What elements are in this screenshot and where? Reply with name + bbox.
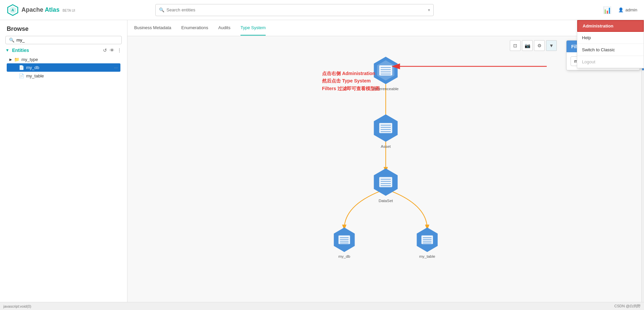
file-icon-selected: 📄 <box>19 65 24 70</box>
refresh-icon[interactable]: ↺ <box>103 48 107 53</box>
search-icon: 🔍 <box>159 7 164 12</box>
node-label-dataset: DataSet <box>379 198 393 203</box>
content-area: Business Metadata Enumerations Audits Ty… <box>127 20 644 310</box>
logout-menu-item[interactable]: Logout <box>577 56 644 68</box>
folder-label: my_type <box>21 57 38 62</box>
header-right: 📊 👤 admin <box>584 6 637 14</box>
help-menu-item[interactable]: Help <box>577 32 644 44</box>
logo-beta: BETA UI <box>62 9 75 12</box>
filter-button[interactable]: ▼ <box>546 40 557 51</box>
admin-label: admin <box>626 7 637 12</box>
user-icon: 👤 <box>618 7 624 12</box>
tree-area: ▶ 📁 my_type 📄 my_db ··· 📄 my_table <box>5 56 122 80</box>
settings-button[interactable]: ⚙ <box>534 40 545 51</box>
tree-item-label-my-db: my_db <box>26 65 39 70</box>
entities-label: Entities <box>12 48 29 53</box>
administration-button[interactable]: Administration <box>577 20 644 32</box>
node-label-asset: Asset <box>381 144 391 149</box>
switch-classic-menu-item[interactable]: Switch to Classic <box>577 44 644 56</box>
logo-area: A Apache Atlas BETA UI <box>7 4 80 16</box>
node-my-table[interactable]: my_table <box>417 228 437 259</box>
footer-link[interactable]: javascript:void(0) <box>3 304 31 308</box>
watermark: CSDN @白鸽野 <box>614 304 641 309</box>
apache-atlas-logo: A <box>7 4 19 16</box>
node-my-db[interactable]: my_db <box>334 228 355 259</box>
main-layout: Browse 🔍 ▼ Entities ↺ 👁 ⋮ ▶ 📁 my_type <box>0 20 644 310</box>
fit-to-screen-button[interactable]: ⊡ <box>510 40 521 51</box>
scrollbar[interactable] <box>641 56 644 302</box>
admin-dropdown: Administration Help Switch to Classic Lo… <box>577 20 644 68</box>
logo-atlas: Atlas <box>45 6 59 13</box>
chart-icon[interactable]: 📊 <box>603 6 611 14</box>
tab-business-metadata[interactable]: Business Metadata <box>134 20 171 36</box>
logo-text: Apache Atlas BETA UI <box>21 6 75 13</box>
header: A Apache Atlas BETA UI 🔍 ▾ 📊 👤 admin Adm… <box>0 0 644 20</box>
svg-text:A: A <box>11 8 14 12</box>
search-bar: 🔍 ▾ <box>155 4 434 16</box>
graph-toolbar: ⊡ 📷 ⚙ ▼ <box>510 40 557 51</box>
entities-actions: ↺ 👁 ⋮ <box>103 48 122 53</box>
eye-icon[interactable]: 👁 <box>110 48 114 53</box>
sidebar-search-icon: 🔍 <box>9 38 14 43</box>
tab-enumerations[interactable]: Enumerations <box>181 20 208 36</box>
search-dropdown-icon[interactable]: ▾ <box>428 8 430 12</box>
logo-apache: Apache <box>21 6 43 13</box>
tree-item-my-db[interactable]: 📄 my_db ··· <box>7 63 120 72</box>
tree-item-dots[interactable]: ··· <box>114 65 118 70</box>
sidebar: Browse 🔍 ▼ Entities ↺ 👁 ⋮ ▶ 📁 my_type <box>0 20 127 310</box>
tab-audits[interactable]: Audits <box>218 20 230 36</box>
entities-header: ▼ Entities ↺ 👁 ⋮ <box>5 48 122 53</box>
camera-button[interactable]: 📷 <box>522 40 533 51</box>
node-label-my-db: my_db <box>338 254 351 259</box>
more-icon[interactable]: ⋮ <box>117 48 122 53</box>
sidebar-search-input[interactable] <box>16 38 118 43</box>
node-label-referenceable: Referenceable <box>373 86 399 91</box>
node-dataset[interactable]: DataSet <box>374 169 398 203</box>
search-input[interactable] <box>166 7 428 12</box>
graph-area: Referenceable Asset <box>127 36 644 310</box>
tree-item-label-my-table: my_table <box>26 73 44 78</box>
node-label-my-table: my_table <box>419 254 435 259</box>
tree-folder-my-type[interactable]: ▶ 📁 my_type <box>7 56 120 63</box>
folder-icon: 📁 <box>14 57 19 62</box>
file-icon: 📄 <box>19 73 24 78</box>
sidebar-search-box: 🔍 <box>5 36 122 44</box>
tabs-bar: Business Metadata Enumerations Audits Ty… <box>127 20 644 36</box>
footer: javascript:void(0) CSDN @白鸽野 <box>0 302 644 310</box>
chevron-right-icon: ▶ <box>9 58 12 61</box>
tree-item-my-table[interactable]: 📄 my_table <box>7 72 120 80</box>
tab-type-system[interactable]: Type System <box>240 20 266 36</box>
admin-area[interactable]: 👤 admin <box>618 7 637 12</box>
type-system-graph: Referenceable Asset <box>127 36 644 310</box>
entities-section: ▼ Entities ↺ 👁 ⋮ ▶ 📁 my_type 📄 my_db ··· <box>0 48 127 80</box>
browse-title: Browse <box>0 20 127 36</box>
